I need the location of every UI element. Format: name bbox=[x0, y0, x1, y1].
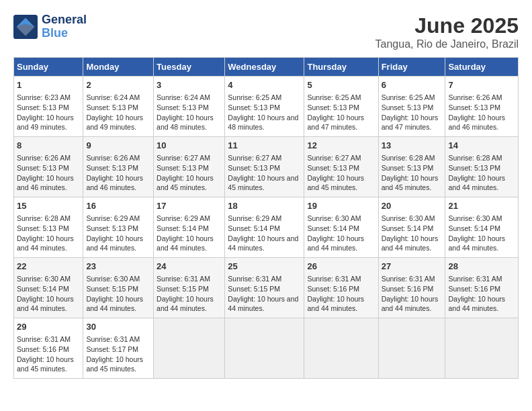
day-cell: 13 Sunrise: 6:28 AM Sunset: 5:13 PM Dayl… bbox=[378, 137, 445, 197]
sunset-text: Sunset: 5:13 PM bbox=[86, 103, 138, 111]
day-header-thursday: Thursday bbox=[304, 58, 378, 77]
day-number: 15 bbox=[17, 200, 80, 212]
daylight-text: Daylight: 10 hours and 44 minutes. bbox=[448, 174, 505, 192]
sunset-text: Sunset: 5:14 PM bbox=[228, 224, 280, 232]
sunset-text: Sunset: 5:14 PM bbox=[448, 224, 500, 232]
daylight-text: Daylight: 10 hours and 49 minutes. bbox=[17, 113, 74, 132]
sunrise-text: Sunrise: 6:24 AM bbox=[86, 93, 140, 101]
day-number: 29 bbox=[17, 321, 80, 333]
sunset-text: Sunset: 5:17 PM bbox=[86, 345, 138, 353]
daylight-text: Daylight: 10 hours and 44 minutes. bbox=[382, 234, 439, 253]
daylight-text: Daylight: 10 hours and 44 minutes. bbox=[307, 295, 364, 313]
sunset-text: Sunset: 5:16 PM bbox=[448, 285, 500, 293]
sunset-text: Sunset: 5:15 PM bbox=[228, 285, 280, 293]
day-number: 23 bbox=[86, 261, 150, 273]
day-cell bbox=[225, 318, 304, 379]
sunset-text: Sunset: 5:14 PM bbox=[17, 285, 69, 293]
day-number: 7 bbox=[448, 79, 515, 91]
sunrise-text: Sunrise: 6:26 AM bbox=[17, 154, 71, 162]
day-number: 13 bbox=[382, 140, 443, 152]
day-number: 20 bbox=[382, 200, 443, 212]
sunrise-text: Sunrise: 6:31 AM bbox=[86, 335, 140, 343]
daylight-text: Daylight: 10 hours and 44 minutes. bbox=[307, 234, 364, 253]
logo-text: General Blue bbox=[42, 13, 87, 40]
sunset-text: Sunset: 5:13 PM bbox=[86, 224, 138, 232]
sunrise-text: Sunrise: 6:28 AM bbox=[448, 154, 502, 162]
day-cell: 21 Sunrise: 6:30 AM Sunset: 5:14 PM Dayl… bbox=[445, 197, 519, 258]
sunrise-text: Sunrise: 6:25 AM bbox=[382, 93, 435, 101]
day-cell: 1 Sunrise: 6:23 AM Sunset: 5:13 PM Dayli… bbox=[14, 77, 83, 137]
daylight-text: Daylight: 10 hours and 45 minutes. bbox=[157, 174, 214, 192]
day-number: 11 bbox=[228, 140, 301, 152]
daylight-text: Daylight: 10 hours and 49 minutes. bbox=[86, 113, 143, 132]
sunset-text: Sunset: 5:13 PM bbox=[382, 103, 434, 111]
page-header: General Blue June 2025 Tangua, Rio de Ja… bbox=[13, 13, 519, 50]
day-cell: 7 Sunrise: 6:26 AM Sunset: 5:13 PM Dayli… bbox=[445, 77, 519, 137]
day-cell bbox=[445, 318, 519, 379]
day-cell: 20 Sunrise: 6:30 AM Sunset: 5:14 PM Dayl… bbox=[378, 197, 445, 258]
sunrise-text: Sunrise: 6:25 AM bbox=[228, 93, 281, 101]
day-cell: 27 Sunrise: 6:31 AM Sunset: 5:16 PM Dayl… bbox=[378, 258, 445, 318]
day-cell: 3 Sunrise: 6:24 AM Sunset: 5:13 PM Dayli… bbox=[154, 77, 225, 137]
daylight-text: Daylight: 10 hours and 44 minutes. bbox=[228, 234, 298, 253]
day-number: 27 bbox=[382, 261, 443, 273]
sunrise-text: Sunrise: 6:31 AM bbox=[228, 275, 281, 283]
day-number: 28 bbox=[448, 261, 515, 273]
day-number: 25 bbox=[228, 261, 301, 273]
sunrise-text: Sunrise: 6:30 AM bbox=[86, 275, 140, 283]
day-number: 21 bbox=[448, 200, 515, 212]
day-number: 12 bbox=[307, 140, 375, 152]
day-number: 19 bbox=[307, 200, 375, 212]
day-number: 17 bbox=[157, 200, 222, 212]
day-number: 14 bbox=[448, 140, 515, 152]
day-cell: 25 Sunrise: 6:31 AM Sunset: 5:15 PM Dayl… bbox=[225, 258, 304, 318]
title-area: June 2025 Tangua, Rio de Janeiro, Brazil bbox=[375, 13, 519, 50]
day-cell: 11 Sunrise: 6:27 AM Sunset: 5:13 PM Dayl… bbox=[225, 137, 304, 197]
day-cell: 5 Sunrise: 6:25 AM Sunset: 5:13 PM Dayli… bbox=[304, 77, 378, 137]
day-number: 24 bbox=[157, 261, 222, 273]
day-cell: 15 Sunrise: 6:28 AM Sunset: 5:13 PM Dayl… bbox=[14, 197, 83, 258]
sunrise-text: Sunrise: 6:31 AM bbox=[307, 275, 361, 283]
day-number: 5 bbox=[307, 79, 375, 91]
day-number: 9 bbox=[86, 140, 150, 152]
day-cell: 14 Sunrise: 6:28 AM Sunset: 5:13 PM Dayl… bbox=[445, 137, 519, 197]
month-title: June 2025 bbox=[375, 13, 519, 38]
day-cell: 18 Sunrise: 6:29 AM Sunset: 5:14 PM Dayl… bbox=[225, 197, 304, 258]
day-number: 16 bbox=[86, 200, 150, 212]
sunset-text: Sunset: 5:13 PM bbox=[17, 103, 69, 111]
sunset-text: Sunset: 5:16 PM bbox=[307, 285, 359, 293]
sunset-text: Sunset: 5:13 PM bbox=[157, 103, 209, 111]
logo: General Blue bbox=[13, 13, 87, 40]
day-number: 22 bbox=[17, 261, 80, 273]
day-cell bbox=[304, 318, 378, 379]
sunset-text: Sunset: 5:13 PM bbox=[382, 164, 434, 172]
sunrise-text: Sunrise: 6:28 AM bbox=[382, 154, 435, 162]
daylight-text: Daylight: 10 hours and 44 minutes. bbox=[448, 295, 505, 313]
sunrise-text: Sunrise: 6:29 AM bbox=[228, 214, 281, 222]
sunset-text: Sunset: 5:16 PM bbox=[17, 345, 69, 353]
daylight-text: Daylight: 10 hours and 46 minutes. bbox=[17, 174, 74, 192]
sunset-text: Sunset: 5:13 PM bbox=[307, 103, 359, 111]
daylight-text: Daylight: 10 hours and 44 minutes. bbox=[86, 234, 143, 253]
sunset-text: Sunset: 5:16 PM bbox=[382, 285, 434, 293]
sunrise-text: Sunrise: 6:30 AM bbox=[382, 214, 435, 222]
sunrise-text: Sunrise: 6:30 AM bbox=[17, 275, 71, 283]
sunrise-text: Sunrise: 6:29 AM bbox=[157, 214, 210, 222]
sunrise-text: Sunrise: 6:27 AM bbox=[307, 154, 361, 162]
week-row-5: 29 Sunrise: 6:31 AM Sunset: 5:16 PM Dayl… bbox=[14, 318, 519, 379]
sunset-text: Sunset: 5:15 PM bbox=[86, 285, 138, 293]
day-header-wednesday: Wednesday bbox=[225, 58, 304, 77]
day-cell: 19 Sunrise: 6:30 AM Sunset: 5:14 PM Dayl… bbox=[304, 197, 378, 258]
sunset-text: Sunset: 5:14 PM bbox=[307, 224, 359, 232]
sunset-text: Sunset: 5:13 PM bbox=[228, 103, 280, 111]
sunrise-text: Sunrise: 6:30 AM bbox=[448, 214, 502, 222]
location-title: Tangua, Rio de Janeiro, Brazil bbox=[375, 38, 519, 50]
sunset-text: Sunset: 5:13 PM bbox=[448, 103, 500, 111]
day-cell: 23 Sunrise: 6:30 AM Sunset: 5:15 PM Dayl… bbox=[83, 258, 154, 318]
daylight-text: Daylight: 10 hours and 44 minutes. bbox=[448, 234, 505, 253]
sunset-text: Sunset: 5:13 PM bbox=[17, 224, 69, 232]
daylight-text: Daylight: 10 hours and 48 minutes. bbox=[228, 113, 298, 132]
sunrise-text: Sunrise: 6:26 AM bbox=[86, 154, 140, 162]
sunrise-text: Sunrise: 6:31 AM bbox=[448, 275, 502, 283]
sunrise-text: Sunrise: 6:31 AM bbox=[382, 275, 435, 283]
